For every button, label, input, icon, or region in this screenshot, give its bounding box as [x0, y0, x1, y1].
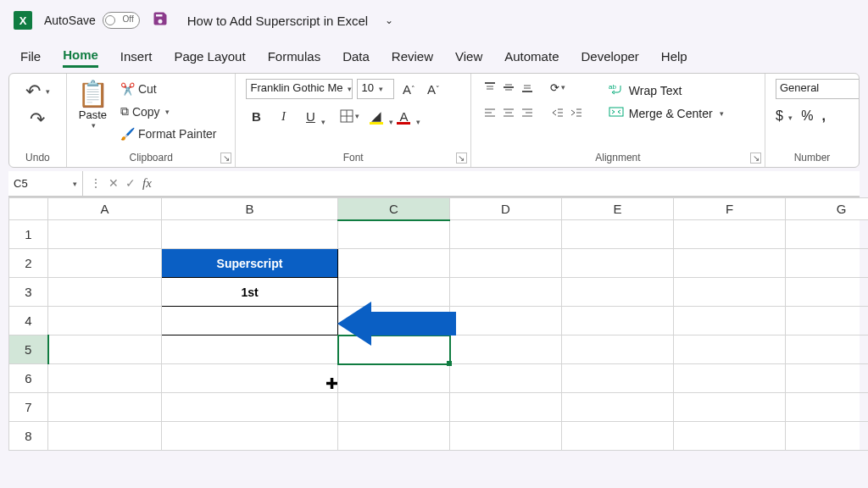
borders-button[interactable]: ▾	[339, 106, 359, 126]
tab-help[interactable]: Help	[661, 46, 687, 67]
increase-font-button[interactable]: A˄	[398, 79, 419, 99]
chevron-down-icon: ▾	[416, 118, 420, 126]
row-header-8[interactable]: 8	[9, 422, 48, 451]
toggle-knob-icon	[105, 15, 115, 25]
paintbrush-icon: 🖌️	[120, 127, 135, 141]
tab-review[interactable]: Review	[392, 46, 433, 67]
percent-format-button[interactable]: %	[801, 108, 813, 124]
tab-view[interactable]: View	[455, 46, 482, 67]
tab-developer[interactable]: Developer	[581, 46, 638, 67]
save-icon[interactable]	[152, 10, 169, 31]
title-chevron-icon[interactable]: ⌄	[385, 14, 393, 26]
excel-logo-icon: X	[14, 11, 32, 30]
group-label-clipboard: Clipboard	[77, 152, 225, 165]
fill-color-button[interactable]: ◢▾	[366, 106, 387, 126]
format-painter-button[interactable]: 🖌️Format Painter	[117, 125, 220, 142]
group-font: Franklin Gothic Me ▾ 10 ▾ A˄ A˅ B I U▾ ▾…	[236, 74, 470, 167]
font-size-select[interactable]: 10 ▾	[357, 79, 394, 99]
align-right-button[interactable]	[519, 104, 536, 121]
decrease-font-button[interactable]: A˅	[423, 79, 443, 99]
italic-button[interactable]: I	[273, 106, 293, 126]
accounting-format-button[interactable]: $ ▾	[776, 108, 793, 124]
underline-button[interactable]: U▾	[300, 106, 320, 126]
tab-insert[interactable]: Insert	[120, 46, 153, 67]
group-label-alignment: Alignment	[481, 152, 754, 165]
tab-automate[interactable]: Automate	[504, 46, 559, 67]
merge-center-button[interactable]: Merge & Center ▾	[609, 105, 724, 121]
cell-B3[interactable]: 1st	[162, 278, 338, 307]
comma-format-button[interactable]: ,	[822, 108, 826, 124]
row-header-5[interactable]: 5	[9, 336, 48, 364]
paste-button[interactable]: 📋 Paste ▾	[77, 79, 108, 130]
align-middle-button[interactable]	[500, 79, 517, 96]
select-all-corner[interactable]	[9, 198, 48, 220]
copy-icon: ⧉	[120, 104, 129, 119]
row-header-1[interactable]: 1	[9, 220, 48, 249]
paste-label: Paste	[79, 108, 107, 121]
col-header-A[interactable]: A	[48, 198, 162, 220]
dialog-launcher-icon[interactable]: ↘	[750, 152, 761, 164]
cell-B4[interactable]	[162, 307, 338, 336]
align-left-button[interactable]	[481, 104, 498, 121]
wrap-text-button[interactable]: ab Wrap Text	[609, 82, 724, 98]
title-bar: X AutoSave Off How to Add Superscript in…	[0, 0, 868, 41]
copy-button[interactable]: ⧉Copy▾	[117, 103, 220, 120]
tab-formulas[interactable]: Formulas	[268, 46, 321, 67]
align-center-button[interactable]	[500, 104, 517, 121]
decrease-indent-button[interactable]	[549, 104, 566, 121]
autosave-toggle[interactable]: Off	[103, 12, 140, 29]
col-header-C[interactable]: C	[338, 198, 450, 220]
tab-data[interactable]: Data	[342, 46, 370, 67]
chevron-down-icon: ▾	[73, 180, 77, 188]
col-header-B[interactable]: B	[162, 198, 338, 220]
fill-color-swatch	[370, 122, 383, 125]
row-header-7[interactable]: 7	[9, 393, 48, 422]
cell-B2[interactable]: Superscript	[162, 249, 338, 278]
cut-button[interactable]: ✂️Cut	[117, 80, 220, 97]
tab-home[interactable]: Home	[63, 44, 98, 68]
orientation-button[interactable]: ⟳▾	[549, 79, 566, 96]
dialog-launcher-icon[interactable]: ↘	[220, 152, 231, 164]
wrap-text-icon: ab	[609, 82, 624, 98]
group-label-number: Number	[776, 152, 849, 165]
enter-formula-button[interactable]: ✓	[125, 176, 136, 191]
col-header-F[interactable]: F	[674, 198, 786, 220]
fx-icon[interactable]: fx	[142, 176, 152, 191]
formula-input[interactable]	[159, 171, 860, 196]
group-undo: ↶▾ ↷ Undo	[9, 74, 67, 167]
chevron-down-icon: ▾	[321, 118, 326, 126]
font-color-button[interactable]: A▾	[393, 106, 414, 126]
arrow-head-icon	[337, 302, 371, 346]
col-header-D[interactable]: D	[450, 198, 562, 220]
row-header-6[interactable]: 6	[9, 364, 48, 393]
redo-button[interactable]: ↷	[26, 107, 48, 132]
annotation-arrow	[337, 302, 456, 346]
document-title[interactable]: How to Add Superscript in Excel	[187, 14, 368, 28]
font-name-select[interactable]: Franklin Gothic Me ▾	[246, 79, 353, 99]
row-header-2[interactable]: 2	[9, 249, 48, 278]
name-box[interactable]: C5 ▾	[8, 171, 83, 196]
increase-indent-button[interactable]	[568, 104, 585, 121]
row-header-3[interactable]: 3	[9, 278, 48, 307]
number-format-select[interactable]: General	[776, 79, 860, 99]
redo-icon: ↷	[30, 108, 45, 130]
svg-rect-28	[609, 108, 623, 116]
align-top-button[interactable]	[481, 79, 498, 96]
col-header-G[interactable]: G	[786, 198, 869, 220]
chevron-down-icon: ▾	[92, 121, 96, 130]
cancel-formula-button[interactable]: ✕	[108, 176, 119, 191]
autosave-control[interactable]: AutoSave Off	[44, 12, 140, 29]
group-label-undo: Undo	[19, 152, 56, 165]
undo-button[interactable]: ↶▾	[22, 79, 53, 104]
tab-page-layout[interactable]: Page Layout	[174, 46, 245, 67]
chevron-down-icon: ▾	[720, 109, 724, 118]
dialog-launcher-icon[interactable]: ↘	[456, 152, 467, 164]
align-bottom-button[interactable]	[519, 79, 536, 96]
bold-button[interactable]: B	[246, 106, 266, 126]
chevron-down-icon: ▾	[561, 83, 565, 92]
col-header-E[interactable]: E	[562, 198, 674, 220]
tab-file[interactable]: File	[20, 46, 41, 67]
scissors-icon: ✂️	[120, 82, 135, 96]
ribbon: ↶▾ ↷ Undo 📋 Paste ▾ ✂️Cut ⧉Copy▾ 🖌️Forma…	[8, 73, 860, 168]
row-header-4[interactable]: 4	[9, 307, 48, 336]
